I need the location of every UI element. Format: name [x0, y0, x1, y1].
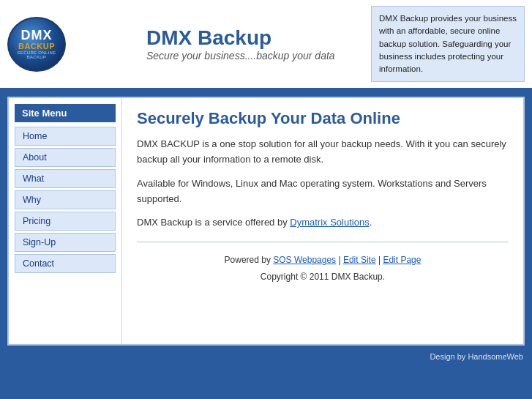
logo-circle: DMX BACKUP SECURE ONLINE BACKUP	[7, 17, 66, 72]
content-paragraph-3: DMX Backup is a service offered by Dymat…	[137, 215, 509, 231]
sidebar-item-about[interactable]: About	[15, 148, 116, 167]
content-title: Securely Backup Your Data Online	[137, 109, 509, 128]
sidebar-item-home[interactable]: Home	[15, 127, 116, 146]
sidebar-item-contact[interactable]: Contact	[15, 254, 116, 273]
content-body: DMX BACKUP is a one stop solution for al…	[137, 137, 509, 284]
sidebar: Site Menu Home About What Why Pricing Si…	[9, 98, 122, 344]
logo-backup-text: BACKUP	[18, 42, 55, 51]
sidebar-item-pricing[interactable]: Pricing	[15, 212, 116, 231]
logo-container: DMX BACKUP SECURE ONLINE BACKUP	[7, 6, 139, 82]
logo-dmx-text: DMX	[21, 29, 53, 42]
sidebar-title: Site Menu	[15, 104, 116, 122]
header: DMX BACKUP SECURE ONLINE BACKUP DMX Back…	[0, 0, 532, 89]
site-subtitle: Secure your business....backup your data	[146, 50, 371, 61]
sidebar-item-why[interactable]: Why	[15, 190, 116, 209]
footer-links: Powered by SOS Webpages | Edit Site | Ed…	[137, 253, 509, 267]
edit-site-link[interactable]: Edit Site	[343, 255, 376, 265]
header-info-text: DMX Backup provides your business with a…	[379, 14, 517, 73]
main-wrapper: Site Menu Home About What Why Pricing Si…	[7, 97, 525, 346]
content-area: Securely Backup Your Data Online DMX BAC…	[122, 98, 523, 344]
content-paragraph-2: Available for Windows, Linux and Mac ope…	[137, 176, 509, 207]
content-paragraph-1: DMX BACKUP is a one stop solution for al…	[137, 137, 509, 168]
site-title: DMX Backup	[146, 26, 371, 50]
bottom-bar: Design by HandsomeWeb	[0, 349, 532, 364]
dymatrix-link[interactable]: Dymatrix Solutions	[290, 217, 369, 228]
content-divider	[137, 242, 509, 242]
header-info-box: DMX Backup provides your business with a…	[371, 6, 525, 82]
header-center: DMX Backup Secure your business....backu…	[139, 6, 371, 82]
edit-page-link[interactable]: Edit Page	[383, 255, 421, 265]
sos-webpages-link[interactable]: SOS Webpages	[273, 255, 336, 265]
sidebar-item-what[interactable]: What	[15, 169, 116, 188]
bottom-bar-text: Design by HandsomeWeb	[430, 352, 523, 361]
footer-copyright: Copyright © 2011 DMX Backup.	[137, 270, 509, 284]
sidebar-item-signup[interactable]: Sign-Up	[15, 233, 116, 252]
logo-secure-text: SECURE ONLINE BACKUP	[9, 51, 64, 59]
